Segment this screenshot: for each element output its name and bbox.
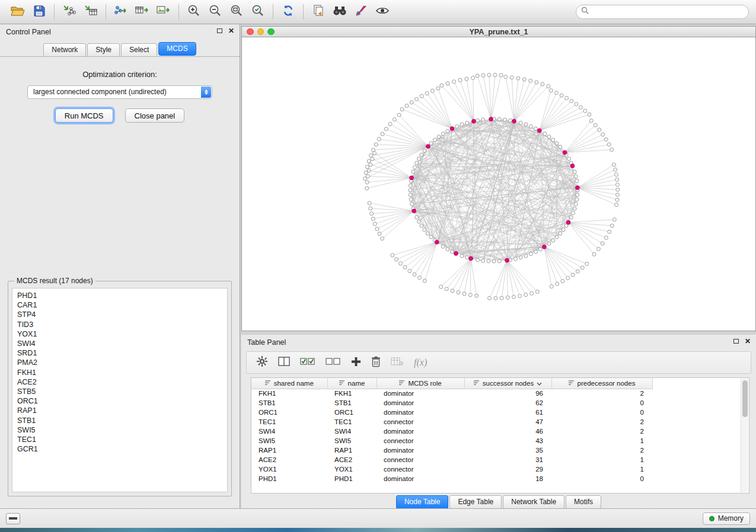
- mcds-result-item[interactable]: GCR1: [17, 444, 227, 454]
- column-header-predecessor-nodes[interactable]: predecessor nodes: [551, 378, 652, 389]
- mcds-result-item[interactable]: STB5: [17, 387, 227, 396]
- import-table-button[interactable]: [80, 2, 101, 21]
- mcds-result-item[interactable]: CAR1: [17, 300, 227, 310]
- mcds-result-item[interactable]: SWI5: [17, 425, 227, 435]
- tab-network[interactable]: Network: [43, 43, 86, 56]
- zoom-out-button[interactable]: [205, 2, 226, 21]
- close-panel-button[interactable]: Close panel: [125, 108, 185, 123]
- add-column-button[interactable]: [351, 357, 361, 369]
- tab-select[interactable]: Select: [121, 43, 157, 56]
- zoom-in-button[interactable]: [183, 2, 205, 21]
- share-document-icon: [312, 5, 324, 19]
- share-document-button[interactable]: [308, 2, 329, 21]
- mcds-result-title: MCDS result (17 nodes): [14, 277, 95, 285]
- table-row[interactable]: STB1STB1dominator620: [251, 398, 652, 408]
- tab-network-table[interactable]: Network Table: [503, 495, 564, 509]
- memory-button[interactable]: Memory: [703, 512, 750, 525]
- deselect-all-button[interactable]: [326, 357, 341, 368]
- search-input[interactable]: [589, 8, 744, 16]
- search-icon: [581, 7, 589, 17]
- window-close-icon[interactable]: [247, 28, 254, 36]
- close-panel-icon[interactable]: ✕: [228, 28, 234, 34]
- zoom-out-icon: [209, 4, 222, 20]
- tab-mcds[interactable]: MCDS: [158, 42, 196, 56]
- table-row[interactable]: ORC1ORC1dominator610: [251, 408, 652, 417]
- delete-column-button[interactable]: [371, 356, 381, 370]
- mcds-result-item[interactable]: ACE2: [17, 377, 227, 387]
- mcds-result-item[interactable]: SRD1: [17, 348, 227, 358]
- scrollbar-thumb[interactable]: [742, 380, 748, 417]
- float-panel-icon[interactable]: [733, 339, 739, 344]
- window-zoom-icon[interactable]: [267, 28, 275, 36]
- column-header-name[interactable]: name: [327, 378, 377, 389]
- mcds-result-item[interactable]: TEC1: [17, 435, 227, 444]
- network-search-field[interactable]: [576, 5, 749, 19]
- mcds-result-list[interactable]: PHD1CAR1STP4TID3YOX1SWI4SRD1PMA2FKH1ACE2…: [12, 288, 228, 492]
- mcds-result-item[interactable]: SWI4: [17, 339, 227, 348]
- tab-node-table[interactable]: Node Table: [396, 495, 449, 509]
- mcds-result-item[interactable]: TID3: [17, 320, 227, 329]
- column-header-shared-name[interactable]: shared name: [251, 378, 327, 389]
- table-row[interactable]: PHD1PHD1dominator180: [251, 474, 652, 483]
- window-minimize-icon[interactable]: [257, 28, 264, 36]
- export-image-button[interactable]: [153, 2, 174, 21]
- toolbar-separator: [106, 4, 106, 20]
- mcds-result-item[interactable]: PHD1: [17, 291, 227, 300]
- mcds-result-item[interactable]: PMA2: [17, 358, 227, 367]
- mcds-result-item[interactable]: RAP1: [17, 406, 227, 415]
- table-settings-button[interactable]: [256, 355, 268, 370]
- zoom-in-icon: [187, 4, 200, 20]
- table-row[interactable]: TEC1TEC1connector472: [251, 417, 652, 427]
- export-network-button[interactable]: [110, 2, 132, 21]
- mcds-result-item[interactable]: ORC1: [17, 396, 227, 406]
- table-scrollbar[interactable]: [741, 379, 748, 492]
- table-row[interactable]: RAP1RAP1dominator352: [251, 446, 652, 455]
- mcds-result-group: MCDS result (17 nodes) PHD1CAR1STP4TID3Y…: [8, 277, 232, 496]
- float-panel-icon[interactable]: [217, 28, 222, 33]
- task-history-button[interactable]: [6, 513, 20, 524]
- close-panel-icon[interactable]: ✕: [745, 338, 751, 344]
- export-table-button[interactable]: [132, 2, 153, 21]
- control-panel-header: Control Panel ✕: [0, 24, 240, 40]
- tab-edge-table[interactable]: Edge Table: [449, 495, 502, 509]
- import-network-button[interactable]: [59, 2, 80, 21]
- graphics-details-button[interactable]: [372, 2, 393, 21]
- style-toggle-button[interactable]: [350, 2, 372, 21]
- column-header-successor-nodes[interactable]: successor nodes: [464, 378, 551, 389]
- select-all-button[interactable]: [300, 357, 315, 368]
- show-columns-button[interactable]: [278, 356, 290, 369]
- table-row[interactable]: SWI5SWI5connector431: [251, 436, 652, 446]
- control-panel: Control Panel ✕ NetworkStyleSelectMCDS O…: [0, 24, 240, 508]
- node-table-grid: shared namenameMCDS rolesuccessor nodesp…: [251, 378, 653, 483]
- export-table-icon: [135, 5, 149, 19]
- network-graph[interactable]: [242, 37, 755, 330]
- tab-style[interactable]: Style: [87, 43, 120, 56]
- mcds-result-item[interactable]: YOX1: [17, 329, 227, 339]
- network-window-titlebar[interactable]: YPA_prune.txt_1: [241, 26, 756, 37]
- optimization-criterion-select[interactable]: largest connected component (undirected): [27, 85, 212, 99]
- save-session-button[interactable]: [28, 2, 50, 21]
- mcds-result-item[interactable]: FKH1: [17, 368, 227, 377]
- column-header-MCDS-role[interactable]: MCDS role: [377, 378, 464, 389]
- zoom-selected-icon: [251, 4, 264, 20]
- sort-icon: [474, 380, 480, 387]
- table-row[interactable]: YOX1YOX1connector291: [251, 464, 652, 474]
- table-row[interactable]: ACE2ACE2connector311: [251, 455, 652, 464]
- network-canvas[interactable]: [241, 37, 756, 331]
- run-mcds-button[interactable]: Run MCDS: [55, 108, 113, 123]
- table-panel-title: Table Panel: [247, 338, 286, 347]
- find-button[interactable]: [329, 2, 350, 21]
- table-row[interactable]: SWI4SWI4dominator462: [251, 427, 652, 436]
- eye-icon: [375, 6, 390, 18]
- tab-motifs[interactable]: Motifs: [566, 495, 601, 509]
- open-session-button[interactable]: [7, 2, 28, 21]
- table-row[interactable]: FKH1FKH1dominator962: [251, 389, 652, 398]
- export-image-icon: [157, 5, 171, 19]
- mcds-result-item[interactable]: STB1: [17, 416, 227, 425]
- mcds-result-item[interactable]: STP4: [17, 310, 227, 319]
- control-panel-tabbar: NetworkStyleSelectMCDS: [0, 40, 240, 57]
- zoom-fit-button[interactable]: [226, 2, 247, 21]
- save-icon: [34, 5, 45, 19]
- zoom-selected-button[interactable]: [247, 2, 269, 21]
- apply-layout-button[interactable]: [277, 2, 299, 21]
